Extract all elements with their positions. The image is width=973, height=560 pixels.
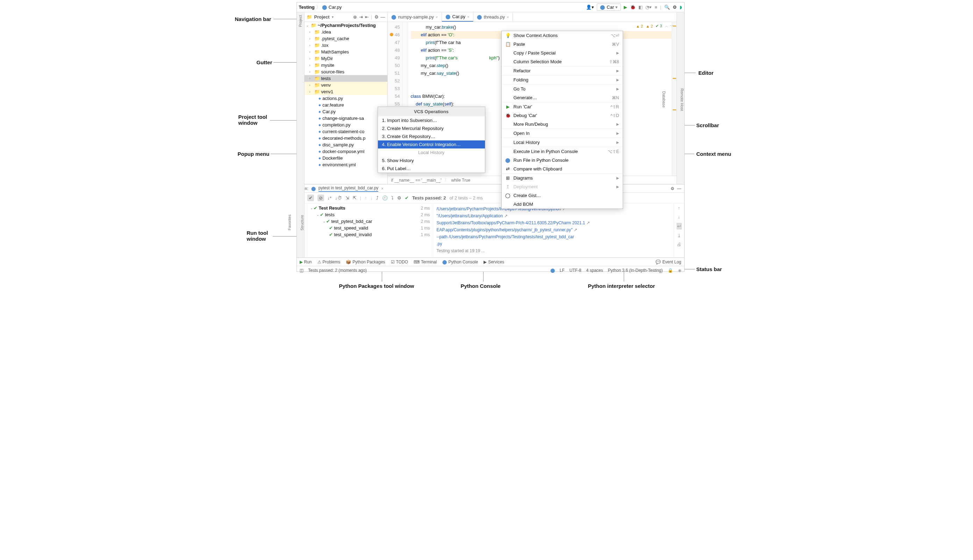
breadcrumb-root[interactable]: Testing	[299, 5, 315, 10]
editor-tab[interactable]: ⬤numpy-sample.py×	[388, 12, 442, 22]
collapse-all-icon[interactable]: ⇱	[353, 195, 357, 200]
coverage-icon[interactable]: ◧	[639, 5, 643, 10]
context-menu-item[interactable]: ⬤ Run File in Python Console	[502, 156, 623, 165]
test-console[interactable]: /Users/jetbrains/PycharmProjects/In-Dept…	[433, 203, 674, 257]
gear-icon[interactable]: ⚙	[670, 186, 674, 191]
vcs-popup-item[interactable]: 3. Create Git Repository…	[378, 132, 485, 140]
vcs-popup-item[interactable]: 2. Create Mercurial Repository	[378, 124, 485, 132]
import-icon[interactable]: ⤵	[391, 195, 394, 200]
profile-icon[interactable]: ◔▾	[645, 5, 652, 10]
project-tree[interactable]: ⌄📁~/PycharmProjects/Testing›📁.idea›📁.pyt…	[304, 22, 387, 168]
down-icon[interactable]: ↓	[370, 195, 373, 200]
context-menu-item[interactable]: ⇄ Compare with Clipboard	[502, 165, 623, 173]
tree-folder[interactable]: ›📁venv	[304, 82, 387, 88]
python-console-button[interactable]: ⬤Python Console	[442, 260, 478, 265]
user-icon[interactable]: 👤▾	[586, 5, 594, 10]
inspection-widget[interactable]: ▲ 2 ▲ 2 ✔ 3 ︿ ﹀	[636, 23, 674, 28]
context-menu-item[interactable]: More Run/Debug ▶	[502, 120, 623, 128]
tree-file[interactable]: ●change-signature-sa	[304, 115, 387, 122]
event-log-button[interactable]: 💬Event Log	[655, 260, 681, 265]
context-menu-item[interactable]: Local History ▶	[502, 138, 623, 147]
gear-icon[interactable]: ⚙	[397, 195, 401, 200]
structure-button[interactable]: Structure	[300, 215, 304, 230]
project-header-title[interactable]: Project	[314, 14, 330, 20]
context-menu-item[interactable]: Folding ▶	[502, 75, 623, 84]
show-ignored-icon[interactable]: ⊘	[318, 195, 324, 201]
context-menu-item[interactable]: ⊞ Diagrams ▶	[502, 173, 623, 182]
debug-icon[interactable]: 🐞	[630, 5, 635, 10]
tree-file[interactable]: ●environment.yml	[304, 162, 387, 168]
vcs-popup-item[interactable]: 1. Import into Subversion…	[378, 116, 485, 124]
collapse-icon[interactable]: ⇤	[365, 14, 369, 20]
context-menu-item[interactable]: Add BOM	[502, 200, 623, 208]
indent[interactable]: 4 spaces	[586, 268, 603, 273]
context-menu-item[interactable]: 🐞 Debug 'Car' ^⇧D	[502, 111, 623, 120]
context-menu-item[interactable]: ▶ Run 'Car' ^⇧R	[502, 102, 623, 111]
tree-file[interactable]: ●docker-compose.yml	[304, 148, 387, 155]
breadcrumb-file[interactable]: Car.py	[329, 5, 342, 10]
tree-file[interactable]: ●Car.py	[304, 108, 387, 115]
packages-button[interactable]: 📦Python Packages	[346, 260, 385, 265]
vcs-popup-item[interactable]: 4. Enable Version Control Integration…	[378, 140, 485, 148]
tree-folder[interactable]: ›📁.tox	[304, 42, 387, 48]
expand-icon[interactable]: ⇥	[359, 14, 363, 20]
tree-file[interactable]: ●completion.py	[304, 122, 387, 128]
problems-button[interactable]: ⚠Problems	[318, 260, 341, 265]
run-config-tab[interactable]: pytest in test_pytest_bdd_car.py	[319, 185, 378, 192]
editor-tab[interactable]: ⬤Car.py×	[442, 12, 473, 22]
jetbrains-icon[interactable]: ◗	[680, 5, 682, 10]
test-row[interactable]: ✔test_speed_invalid1 ms	[307, 231, 433, 238]
encoding[interactable]: UTF-8	[570, 268, 582, 273]
tree-folder[interactable]: ›📁.idea	[304, 28, 387, 35]
show-passed-icon[interactable]: ✔	[307, 195, 314, 201]
settings-icon[interactable]: ⚙	[673, 5, 677, 10]
test-row[interactable]: ✔test_speed_valid1 ms	[307, 225, 433, 231]
python-indicator[interactable]: ⬤	[550, 268, 555, 273]
remote-host-button[interactable]: Remote Host	[680, 88, 684, 111]
sort-icon[interactable]: ↓ᵃ	[328, 195, 332, 200]
editor-tab[interactable]: ⬤threads.py×	[473, 12, 513, 22]
tree-folder[interactable]: ›📁MyDir	[304, 55, 387, 62]
soft-wrap-icon[interactable]: ↩	[677, 223, 682, 230]
run-icon[interactable]: ▶	[624, 5, 627, 10]
services-button[interactable]: ▶Services	[483, 260, 504, 265]
line-separator[interactable]: LF	[560, 268, 565, 273]
breadcrumb[interactable]: Testing 〉 ⬤ Car.py	[299, 4, 342, 10]
hide-icon[interactable]: —	[677, 186, 681, 191]
favorites-button[interactable]: Favorites	[288, 215, 292, 230]
up-stack-icon[interactable]: ↑	[678, 205, 680, 211]
context-menu-item[interactable]: Column Selection Mode ⇧⌘8	[502, 57, 623, 66]
down-stack-icon[interactable]: ↓	[678, 214, 680, 219]
tree-file[interactable]: ●Dockerfile	[304, 155, 387, 162]
scroll-end-icon[interactable]: ⤓	[677, 233, 681, 238]
inspection-eye-icon[interactable]: ◉	[678, 268, 681, 273]
locate-icon[interactable]: ⊕	[353, 14, 357, 20]
crumb-a[interactable]: if __name__ == '__main__'	[391, 178, 441, 183]
tree-file[interactable]: ●car.feature	[304, 102, 387, 108]
tree-folder[interactable]: ›📁venv1	[304, 88, 387, 95]
test-row[interactable]: ⌄✔test_pytest_bdd_car2 ms	[307, 218, 433, 225]
vcs-popup-item[interactable]: 5. Show History	[378, 157, 485, 165]
tree-file[interactable]: ●disc_sample.py	[304, 142, 387, 148]
print-icon[interactable]: 🖨	[677, 242, 681, 247]
context-menu-item[interactable]: Open In ▶	[502, 129, 623, 138]
history-icon[interactable]: 🕘	[382, 195, 388, 200]
test-row[interactable]: ⌄✔Test Results2 ms	[307, 205, 433, 212]
export-icon[interactable]: ⤴	[376, 195, 379, 200]
expand-all-icon[interactable]: ⇲	[345, 195, 349, 200]
tree-folder[interactable]: ›📁MathSamples	[304, 48, 387, 55]
tree-file[interactable]: ●actions.py	[304, 95, 387, 102]
context-menu-item[interactable]: 💡 Show Context Actions ⌥⏎	[502, 31, 623, 40]
gear-icon[interactable]: ⚙	[374, 14, 379, 20]
tree-file[interactable]: ●current-statement-co	[304, 128, 387, 135]
search-icon[interactable]: 🔍	[664, 5, 670, 10]
context-menu-item[interactable]: Refactor ▶	[502, 67, 623, 75]
test-row[interactable]: ⌄✔tests2 ms	[307, 212, 433, 218]
run-config-selector[interactable]: ⬤ Car ▾	[597, 3, 621, 11]
context-menu-item[interactable]: Copy / Paste Special ▶	[502, 48, 623, 57]
tree-folder[interactable]: ›📁tests	[304, 75, 387, 82]
crumb-b[interactable]: while True	[451, 178, 471, 183]
sort-time-icon[interactable]: ↓⏱	[335, 195, 342, 200]
tree-file[interactable]: ●decorated-methods.p	[304, 135, 387, 142]
scrollbar[interactable]	[672, 22, 677, 176]
